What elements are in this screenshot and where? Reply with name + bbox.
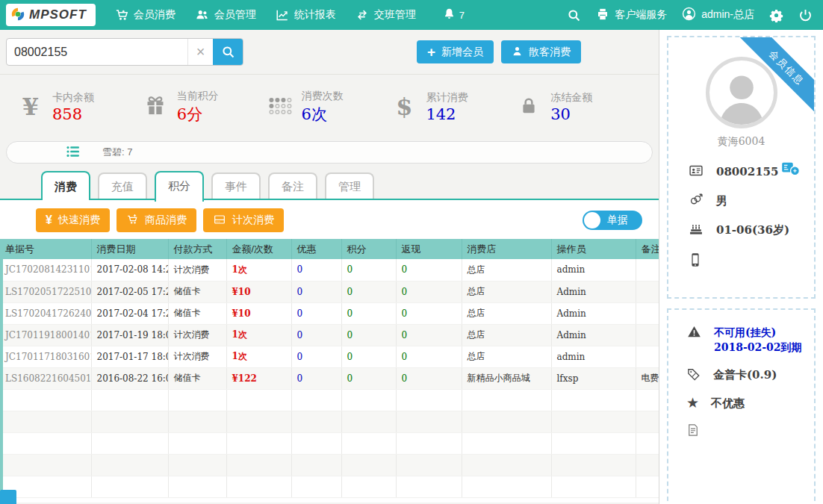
app-logo[interactable]: MPSOFT [6,4,96,26]
table-cell [551,476,636,497]
card-status-row: 不可用(挂失) 2018-02-02到期 [686,325,814,355]
table-row[interactable]: LS16082216045019602016-08-22 16:04储值卡¥12… [0,367,659,389]
member-gender: 男 [716,194,727,208]
notice-text: 雪碧: 7 [102,146,132,159]
yen-icon: ¥ [18,95,43,119]
member-birthday-row: 01-06(36岁) [688,222,814,238]
times-consume-button[interactable]: 计次消费 [203,208,284,232]
nav-member-manage[interactable]: 会员管理 [195,8,256,22]
member-search-group: × [6,38,243,66]
power-icon[interactable] [798,8,813,22]
tab-manage[interactable]: 管理 [325,172,374,199]
member-search-input[interactable] [7,39,187,65]
table-cell [0,432,91,454]
table-cell [551,454,636,476]
table-cell: ¥10 [226,302,291,324]
table-cell: 1次 [226,346,291,367]
gear-icon[interactable] [769,8,783,22]
tab-notes[interactable]: 备注 [268,172,317,199]
table-cell [462,476,551,497]
action-label: 商品消费 [145,214,187,227]
table-cell: 总店 [462,324,551,346]
cart-plus-icon [126,214,139,228]
table-cell: 0 [341,346,396,367]
stat-total-spent: $ 累计消费 142 [391,91,516,123]
table-cell: 总店 [462,302,551,324]
add-member-button[interactable]: + 新增会员 [417,40,494,63]
table-cell: ¥122 [226,367,291,389]
table-cell [341,389,396,411]
nav-statistics[interactable]: 统计报表 [276,8,336,22]
receipt-toggle[interactable]: 单据 [583,211,642,230]
table-cell [291,476,341,497]
member-sidebar: 会员信息 黄海6004 08002155 男 01-06(36岁) [659,30,823,504]
table-cell: 总店 [462,281,551,302]
table-cell [636,346,659,367]
table-cell [636,454,659,476]
table-cell: 0 [291,302,341,324]
table-row[interactable]: JC17020814231101282017-02-08 14:23计次消费1次… [0,259,659,281]
column-header: 消费日期 [91,239,168,259]
birthday-cake-icon [688,222,704,238]
tab-consume[interactable]: 消费 [41,171,90,200]
empty-table-row [0,389,659,411]
table-cell: Admin [551,324,636,346]
list-icon[interactable] [65,144,81,161]
tab-events[interactable]: 事件 [211,172,261,199]
add-member-label: 新增会员 [441,46,483,59]
table-row[interactable]: JC17011918001401302017-01-19 18:00计次消费1次… [0,324,659,346]
tab-recharge[interactable]: 充值 [98,172,147,199]
table-row[interactable]: JC17011718031601282017-01-17 18:03计次消费1次… [0,346,659,367]
client-service-button[interactable]: 客户端服务 [596,7,667,23]
mobile-phone-icon [688,251,703,271]
table-cell [636,389,659,411]
column-header: 金额/次数 [226,239,291,259]
stat-label: 当前积分 [177,90,219,103]
table-cell: 1次 [226,259,291,281]
stat-label: 累计消费 [426,91,468,105]
yen-icon: ¥ [46,214,52,227]
table-cell: 0 [396,346,462,367]
gender-icon [688,193,704,209]
search-button[interactable] [213,39,243,65]
user-menu[interactable]: admin-总店 [682,7,754,23]
clear-icon[interactable]: × [187,39,213,65]
table-cell: 总店 [462,259,551,281]
discount-level: 不优惠 [711,396,745,411]
toggle-knob [584,212,600,228]
corner-button[interactable] [0,490,16,504]
walkin-label: 散客消费 [529,46,571,59]
notice-bar: 雪碧: 7 [6,141,653,164]
table-cell: LS1702041726240115 [0,302,91,324]
search-row: × + 新增会员 散客消费 [0,30,659,75]
table-cell: 总店 [462,346,551,367]
nav-member-consume[interactable]: 会员消费 [115,8,176,22]
table-row[interactable]: LS17020517225101752017-02-05 17:22储值卡¥10… [0,281,659,302]
table-cell [396,432,462,454]
member-card-number: 08002155 [716,165,779,178]
warning-icon [686,325,702,341]
nav-shift-manage[interactable]: 交班管理 [355,8,416,22]
notifications-button[interactable]: 7 [443,7,465,22]
stat-value: 6次 [302,104,344,125]
notification-count: 7 [459,10,465,21]
table-cell [462,454,551,476]
table-cell [396,476,462,497]
table-cell [551,411,636,432]
walkin-consume-button[interactable]: 散客消费 [501,40,581,63]
table-cell [291,454,341,476]
tab-points[interactable]: 积分 [155,171,204,202]
search-icon[interactable] [567,8,581,22]
swipe-card-icon[interactable] [781,161,801,178]
table-cell: 2017-01-17 18:03 [91,346,168,367]
goods-consume-button[interactable]: 商品消费 [117,208,196,232]
table-cell [396,389,462,411]
table-cell [636,302,659,324]
card-type: 金普卡(0.9) [713,368,777,382]
table-row[interactable]: LS17020417262401152017-02-04 17:26储值卡¥10… [0,302,659,324]
table-cell: 0 [291,259,341,281]
quick-consume-button[interactable]: ¥ 快速消费 [36,208,110,232]
table-cell: 0 [396,281,462,302]
table-cell [636,411,659,432]
table-cell: 0 [291,346,341,367]
